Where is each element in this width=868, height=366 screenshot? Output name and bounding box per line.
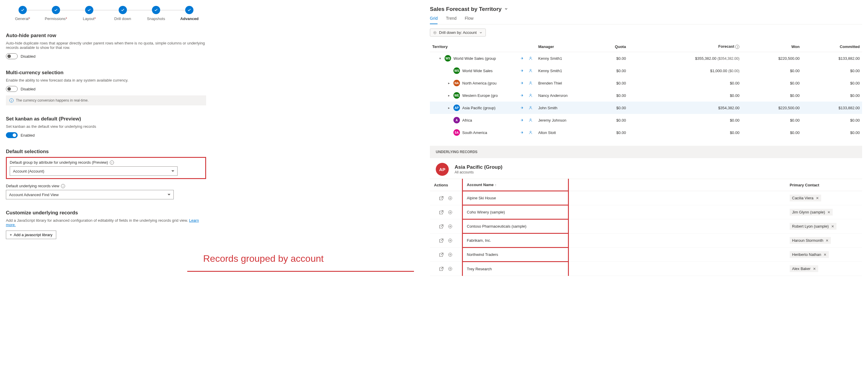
share-icon[interactable] — [519, 68, 525, 73]
account-name-cell[interactable]: Coho Winery (sample) — [462, 205, 568, 219]
user-icon[interactable] — [528, 55, 533, 61]
defaults-title: Default selections — [6, 149, 206, 155]
open-icon[interactable] — [439, 210, 444, 215]
customize-desc: Add a JavaScript library for advanced co… — [6, 218, 206, 227]
add-icon[interactable] — [448, 224, 453, 229]
add-icon[interactable] — [448, 267, 453, 271]
share-icon[interactable] — [519, 117, 525, 123]
open-icon[interactable] — [439, 224, 444, 229]
contact-chip[interactable]: Cacilia Viera✕ — [790, 195, 821, 202]
expand-icon[interactable]: ▸ — [447, 81, 451, 85]
user-icon[interactable] — [528, 92, 533, 98]
step-advanced[interactable]: Advanced — [173, 6, 206, 21]
expand-icon[interactable]: ▸ — [447, 106, 451, 110]
step-snapshots[interactable]: Snapshots — [139, 6, 173, 21]
open-icon[interactable] — [439, 252, 444, 257]
territory-name: Western Europe (gro — [462, 93, 498, 98]
expand-icon[interactable]: ▸ — [447, 94, 451, 97]
svg-point-7 — [530, 119, 531, 120]
record-row[interactable]: Alpine Ski House Cacilia Viera✕ — [430, 191, 862, 205]
forecast-title[interactable]: Sales Forecast by Territory — [430, 6, 862, 12]
step-layout[interactable]: Layout* — [73, 6, 106, 21]
forecast-row[interactable]: ▾ WS World Wide Sales (group Kenny Smith… — [430, 52, 862, 65]
step-label: Layout* — [83, 17, 96, 21]
open-icon[interactable] — [439, 196, 444, 201]
expand-icon[interactable]: ▾ — [438, 57, 442, 60]
group-by-dropdown[interactable]: Account (Account) — [10, 166, 178, 176]
forecast-row[interactable]: ▸ WE Western Europe (gro Nancy Andersron… — [430, 89, 862, 101]
user-icon[interactable] — [528, 80, 533, 86]
remove-icon[interactable]: ✕ — [813, 267, 816, 271]
underlying-records-bar: UNDERLYING RECORDS — [430, 146, 862, 158]
info-icon[interactable]: i — [110, 160, 114, 164]
contact-chip[interactable]: Alex Baker✕ — [790, 265, 818, 272]
autohide-title: Auto-hide parent row — [6, 33, 206, 38]
col-primary-contact[interactable]: Primary Contact — [785, 179, 862, 191]
add-icon[interactable] — [448, 196, 453, 201]
user-icon[interactable] — [528, 68, 533, 73]
col-header[interactable]: Quota — [592, 41, 628, 52]
autohide-toggle[interactable] — [6, 53, 18, 59]
step-general[interactable]: General* — [6, 6, 39, 21]
kanban-toggle[interactable] — [6, 132, 18, 138]
remove-icon[interactable]: ✕ — [831, 224, 834, 228]
info-icon: i — [9, 98, 13, 102]
col-header[interactable]: Manager — [536, 41, 592, 52]
record-row[interactable]: Northwind Traders Heriberto Nathan✕ — [430, 248, 862, 262]
info-icon[interactable]: i — [735, 45, 739, 49]
account-name-cell[interactable]: Alpine Ski House — [462, 191, 568, 205]
col-header[interactable]: Committed — [802, 41, 862, 52]
record-row[interactable]: Trey Research Alex Baker✕ — [430, 262, 862, 276]
col-header[interactable]: Territory — [430, 41, 536, 52]
contact-chip[interactable]: Jim Glynn (sample)✕ — [790, 209, 833, 216]
record-row[interactable]: Contoso Pharmaceuticals (sample) Robert … — [430, 219, 862, 234]
user-icon[interactable] — [528, 129, 533, 135]
drill-down-chip[interactable]: Drill down by: Account — [430, 29, 486, 36]
user-icon[interactable] — [528, 105, 533, 111]
contact-chip[interactable]: Robert Lyon (sample)✕ — [790, 223, 837, 230]
remove-icon[interactable]: ✕ — [824, 253, 827, 257]
contact-chip[interactable]: Heriberto Nathan✕ — [790, 251, 829, 258]
col-header[interactable]: Won — [742, 41, 802, 52]
record-row[interactable]: Fabrikam, Inc. Haroun Stormonth✕ — [430, 234, 862, 248]
account-name-cell[interactable]: Fabrikam, Inc. — [462, 234, 568, 248]
multicurrency-toggle[interactable] — [6, 86, 18, 92]
tab-grid[interactable]: Grid — [430, 16, 437, 24]
callout-annotation: Records grouped by account — [203, 253, 323, 264]
remove-icon[interactable]: ✕ — [826, 239, 829, 243]
open-icon[interactable] — [439, 238, 444, 243]
share-icon[interactable] — [519, 80, 525, 86]
col-header[interactable]: Forecast i — [628, 41, 742, 52]
forecast-row[interactable]: WS World Wide Sales Kenny Smith1 $0.00 $… — [430, 64, 862, 77]
add-icon[interactable] — [448, 238, 453, 243]
multicurrency-toggle-label: Disabled — [21, 87, 36, 91]
tab-trend[interactable]: Trend — [446, 16, 456, 24]
add-icon[interactable] — [448, 210, 453, 215]
record-row[interactable]: Coho Winery (sample) Jim Glynn (sample)✕ — [430, 205, 862, 219]
contact-chip[interactable]: Haroun Stormonth✕ — [790, 237, 831, 244]
tab-flow[interactable]: Flow — [465, 16, 474, 24]
add-icon[interactable] — [448, 252, 453, 257]
territory-avatar: AP — [454, 104, 460, 111]
add-javascript-button[interactable]: + Add a javascript library — [6, 231, 56, 239]
step-drill-down[interactable]: Drill down — [106, 6, 139, 21]
share-icon[interactable] — [519, 55, 525, 61]
col-account-name[interactable]: Account Name↑ — [462, 179, 568, 191]
forecast-row[interactable]: ▸ NA North America (grou Brenden Thiel $… — [430, 77, 862, 89]
open-icon[interactable] — [439, 267, 444, 271]
account-name-cell[interactable]: Northwind Traders — [462, 248, 568, 262]
forecast-row[interactable]: ▸ AP Asia Pacific (group) John Smith $0.… — [430, 101, 862, 114]
account-name-cell[interactable]: Trey Research — [462, 262, 568, 276]
info-icon[interactable]: i — [61, 184, 65, 188]
step-permissions[interactable]: Permissions* — [39, 6, 72, 21]
share-icon[interactable] — [519, 92, 525, 98]
user-icon[interactable] — [528, 117, 533, 123]
forecast-row[interactable]: A Africa Jeremy Johnson $0.00 $0.00 $0.0… — [430, 114, 862, 126]
forecast-row[interactable]: SA South America Alton Stott $0.00 $0.00… — [430, 126, 862, 139]
remove-icon[interactable]: ✕ — [827, 210, 830, 214]
remove-icon[interactable]: ✕ — [816, 196, 819, 200]
default-view-dropdown[interactable]: Account Advanced Find View — [6, 190, 174, 199]
share-icon[interactable] — [519, 129, 525, 135]
share-icon[interactable] — [519, 105, 525, 111]
account-name-cell[interactable]: Contoso Pharmaceuticals (sample) — [462, 219, 568, 234]
